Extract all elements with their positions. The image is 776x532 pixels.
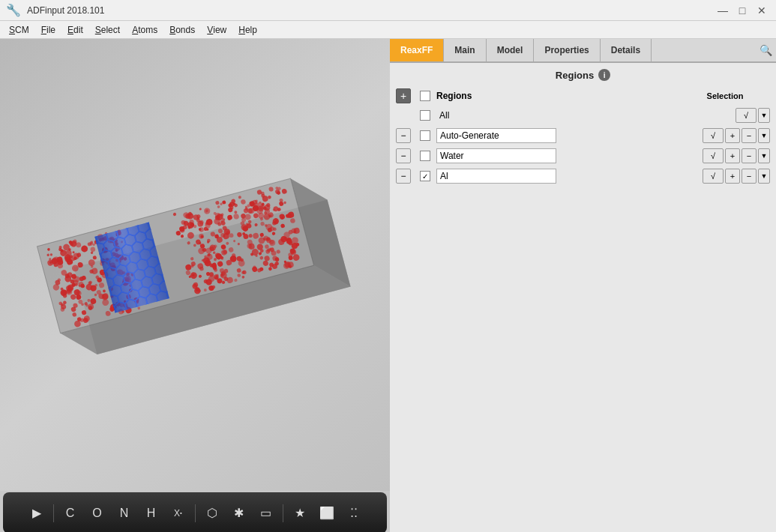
menu-scm[interactable]: SCM	[3, 21, 35, 38]
region-row-al: − ✓ √ + − ▼	[396, 167, 770, 185]
all-checkbox[interactable]	[420, 110, 430, 121]
app-icon: 🔧	[6, 3, 21, 17]
menu-help[interactable]: Help	[232, 21, 263, 38]
water-sel-plus-button[interactable]: +	[725, 148, 740, 163]
hex-outline-tool[interactable]: ⬡	[200, 501, 224, 525]
all-name-field[interactable]	[436, 108, 555, 123]
tab-bar: ReaxFF Main Model Properties Details 🔍	[390, 39, 776, 63]
scene-3d[interactable]	[0, 39, 390, 491]
region-row-water: − √ + − ▼	[396, 147, 770, 165]
tab-properties[interactable]: Properties	[534, 39, 600, 61]
tab-details[interactable]: Details	[601, 39, 652, 61]
minimize-button[interactable]: —	[715, 2, 731, 19]
menu-atoms[interactable]: Atoms	[126, 21, 163, 38]
dots-tool[interactable]: ⁚⁚	[342, 501, 366, 525]
separator-2	[195, 504, 196, 522]
al-sel-dropdown-button[interactable]: ▼	[758, 169, 770, 184]
region-row-all: √ ▼	[396, 106, 770, 124]
search-icon[interactable]: 🔍	[755, 40, 776, 61]
water-sel-check-button[interactable]: √	[703, 148, 724, 163]
al-remove-button[interactable]: −	[396, 169, 411, 184]
water-name-field[interactable]	[436, 148, 556, 163]
main-content: ▶ C O N H X• ⬡ ✱ ▭ ★ ⬜ ⁚⁚ ReaxFF Main Mo…	[0, 39, 776, 532]
all-sel-dropdown-button[interactable]: ▼	[758, 108, 770, 123]
regions-header-checkbox[interactable]	[420, 91, 430, 101]
autogenerate-selection-controls: √ + − ▼	[703, 128, 770, 143]
oval-tool[interactable]: O	[85, 501, 109, 525]
autogenerate-name-field[interactable]	[436, 128, 556, 143]
al-sel-minus-button[interactable]: −	[742, 169, 757, 184]
tab-main[interactable]: Main	[444, 39, 486, 61]
viewport: ▶ C O N H X• ⬡ ✱ ▭ ★ ⬜ ⁚⁚	[0, 39, 390, 532]
region-row-autogenerate: − √ + − ▼	[396, 127, 770, 145]
panel-title-text: Regions	[556, 70, 594, 81]
menu-edit[interactable]: Edit	[61, 21, 89, 38]
close-button[interactable]: ✕	[754, 2, 770, 19]
panel-content: Regions i + Regions Selec	[390, 63, 776, 532]
al-checkbox[interactable]: ✓	[420, 171, 430, 181]
add-region-button[interactable]: +	[396, 88, 411, 103]
right-panel: ReaxFF Main Model Properties Details 🔍 R…	[390, 39, 776, 532]
star-tool[interactable]: ★	[288, 501, 312, 525]
al-sel-plus-button[interactable]: +	[725, 169, 740, 184]
menu-select[interactable]: Select	[89, 21, 126, 38]
info-icon[interactable]: i	[598, 69, 610, 81]
water-checkbox[interactable]	[420, 151, 430, 161]
panel-title-row: Regions i	[396, 69, 770, 81]
regions-column-header: Regions	[436, 91, 472, 101]
water-sel-dropdown-button[interactable]: ▼	[758, 148, 770, 163]
cursor-tool[interactable]: ▶	[25, 501, 49, 525]
frame-tool[interactable]: ⬜	[315, 501, 339, 525]
menubar: SCM File Edit Select Atoms Bonds View He…	[0, 21, 776, 39]
water-selection-controls: √ + − ▼	[703, 148, 770, 163]
menu-view[interactable]: View	[201, 21, 232, 38]
menu-bonds[interactable]: Bonds	[163, 21, 201, 38]
selection-column-header: Selection	[707, 91, 744, 100]
al-name-field[interactable]	[436, 169, 556, 184]
tab-reaxff[interactable]: ReaxFF	[390, 39, 444, 61]
circle-tool[interactable]: C	[58, 501, 82, 525]
viewport-toolbar: ▶ C O N H X• ⬡ ✱ ▭ ★ ⬜ ⁚⁚	[3, 492, 387, 532]
separator-1	[53, 504, 54, 522]
maximize-button[interactable]: □	[734, 2, 751, 19]
molecule-canvas	[0, 39, 390, 491]
titlebar: 🔧 ADFinput 2018.101 — □ ✕	[0, 0, 776, 21]
regions-table: + Regions Selection	[396, 88, 770, 185]
rect-tool[interactable]: ▭	[254, 501, 278, 525]
al-sel-check-button[interactable]: √	[703, 169, 724, 184]
water-sel-minus-button[interactable]: −	[742, 148, 757, 163]
tab-model[interactable]: Model	[487, 39, 535, 61]
menu-file[interactable]: File	[35, 21, 61, 38]
al-selection-controls: √ + − ▼	[703, 169, 770, 184]
autogenerate-sel-check-button[interactable]: √	[703, 128, 724, 143]
gear-tool[interactable]: ✱	[227, 501, 251, 525]
autogenerate-sel-minus-button[interactable]: −	[742, 128, 757, 143]
hydrogen-tool[interactable]: H	[139, 501, 163, 525]
nitrogen-tool[interactable]: N	[112, 501, 136, 525]
all-selection-controls: √ ▼	[736, 108, 770, 123]
regions-header-row: + Regions Selection	[396, 88, 770, 103]
water-remove-button[interactable]: −	[396, 148, 411, 163]
autogenerate-sel-plus-button[interactable]: +	[725, 128, 740, 143]
autogenerate-remove-button[interactable]: −	[396, 128, 411, 143]
app-title: ADFinput 2018.101	[27, 5, 709, 16]
x-tool[interactable]: X•	[166, 501, 190, 525]
window-controls: — □ ✕	[715, 2, 770, 19]
separator-3	[283, 504, 283, 522]
all-sel-check-button[interactable]: √	[736, 108, 757, 123]
autogenerate-sel-dropdown-button[interactable]: ▼	[758, 128, 770, 143]
autogenerate-checkbox[interactable]	[420, 130, 430, 141]
